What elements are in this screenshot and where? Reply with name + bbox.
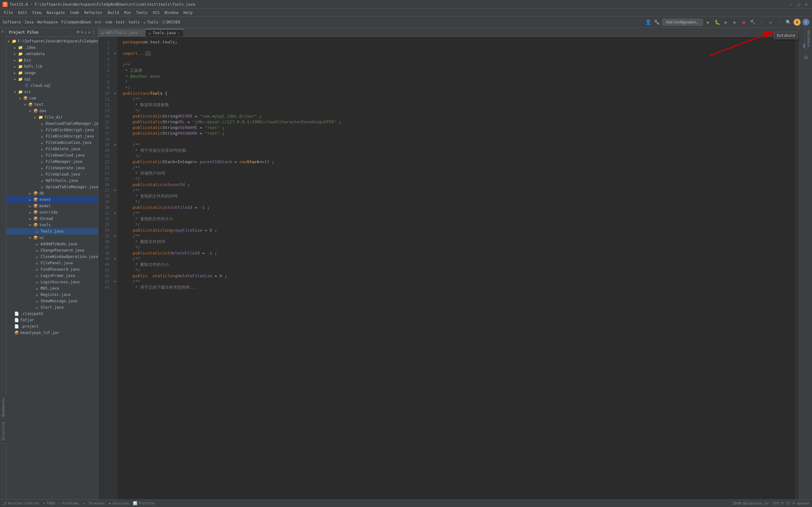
tree-metadata[interactable]: ▶ 📁 .metadata bbox=[6, 51, 98, 57]
add-configuration-button[interactable]: Add Configuration... bbox=[662, 19, 703, 26]
tree-register[interactable]: ☕ Register.java bbox=[6, 291, 98, 298]
menu-file[interactable]: File bbox=[1, 10, 15, 15]
tree-classpath[interactable]: 📄 .classpath bbox=[6, 311, 98, 317]
close-button[interactable]: × bbox=[803, 1, 809, 8]
notification-icon[interactable]: i bbox=[803, 19, 809, 26]
tree-fatjar[interactable]: 📄 fatjar bbox=[6, 317, 98, 323]
build-button[interactable]: 🔨 bbox=[749, 19, 756, 26]
tree-loginframe[interactable]: ☕ LoginFrame.java bbox=[6, 273, 98, 279]
fold-expand-3[interactable]: ... bbox=[146, 51, 151, 56]
fold-31[interactable] bbox=[113, 210, 118, 216]
tree-beautyeye[interactable]: 📦 beautyeye_lnf.jar bbox=[6, 330, 98, 336]
collapse-all-icon[interactable]: ≡ bbox=[81, 30, 83, 35]
tree-findpassword[interactable]: ☕ FindPassword.java bbox=[6, 266, 98, 273]
fold-10[interactable] bbox=[113, 91, 118, 96]
breadcrumb-tools-java[interactable]: ☕ Tools bbox=[143, 20, 158, 24]
debug-button[interactable]: 🐛 bbox=[714, 19, 721, 26]
bookmarks-side-label[interactable]: Bookmarks bbox=[0, 395, 7, 419]
tree-fileseperate[interactable]: ☕ FileSeperate.java bbox=[6, 165, 98, 171]
project-icon[interactable]: P bbox=[0, 29, 6, 34]
tree-showmessage[interactable]: ☕ ShowMessage.java bbox=[6, 298, 98, 304]
tab-close-tools[interactable]: × bbox=[177, 32, 180, 35]
menu-window[interactable]: Window bbox=[162, 10, 181, 15]
tree-sql[interactable]: ▼ 📁 sql bbox=[6, 76, 98, 82]
notifications-button[interactable] bbox=[801, 53, 811, 63]
menu-view[interactable]: View bbox=[30, 10, 44, 15]
tree-src[interactable]: ▼ 📁 src bbox=[6, 89, 98, 95]
sort-icon[interactable]: ↕ bbox=[85, 30, 87, 35]
stop-button[interactable]: ■ bbox=[740, 19, 747, 26]
fold-27[interactable] bbox=[113, 187, 118, 193]
tree-filecombination[interactable]: ☕ FileCombination.java bbox=[6, 139, 98, 146]
tree-tools-folder[interactable]: ▼ 📦 tools bbox=[6, 222, 98, 228]
menu-code[interactable]: Code bbox=[67, 10, 82, 15]
tree-downloadtablemanager[interactable]: ☕ DownloadTableManager.java bbox=[6, 120, 98, 127]
tree-com[interactable]: ▼ 📦 com bbox=[6, 95, 98, 101]
fold-39[interactable] bbox=[113, 256, 118, 262]
tree-cloudsql[interactable]: ▶ 🗄 cloud.sql bbox=[6, 82, 98, 89]
breadcrumb-test[interactable]: test bbox=[115, 20, 125, 24]
minimize-button[interactable]: − bbox=[788, 1, 794, 8]
breadcrumb-java[interactable]: Java bbox=[24, 20, 34, 24]
update-button[interactable]: ↺ bbox=[767, 19, 774, 26]
tab-tools[interactable]: ☕ Tools.java × bbox=[146, 29, 184, 37]
menu-help[interactable]: Help bbox=[181, 10, 195, 15]
profile-button[interactable]: ▶ bbox=[731, 19, 739, 26]
tree-dao[interactable]: ▼ 📦 dao bbox=[6, 108, 98, 114]
breadcrumb-software[interactable]: Software bbox=[3, 20, 21, 24]
tree-test[interactable]: ▼ 📦 test bbox=[6, 101, 98, 108]
tree-hdfslib[interactable]: ▶ 📁 hdfs_lib bbox=[6, 63, 98, 70]
tree-db[interactable]: ▶ 📦 db bbox=[6, 190, 98, 196]
tree-project[interactable]: 📄 .project bbox=[6, 323, 98, 330]
search-button[interactable]: 🔍 bbox=[785, 19, 792, 26]
right-scrollbar[interactable] bbox=[795, 37, 799, 499]
tree-filedelete[interactable]: ☕ FileDelete.java bbox=[6, 146, 98, 152]
tree-ui[interactable]: ▼ 📦 ui bbox=[6, 234, 98, 241]
tree-loginsuccess[interactable]: ☕ LoginSuccess.java bbox=[6, 279, 98, 285]
settings-icon[interactable]: ⚙ bbox=[88, 30, 90, 35]
services-button[interactable]: ◈ Services bbox=[109, 501, 129, 505]
structure-side-label[interactable]: Structure bbox=[0, 419, 7, 444]
tree-bin[interactable]: ▶ 📁 bin bbox=[6, 57, 98, 63]
tree-filepanel[interactable]: ☕ FilePanel.java bbox=[6, 260, 98, 266]
search-everywhere-icon[interactable]: 🔧 bbox=[653, 19, 660, 26]
coverage-button[interactable]: ▶ bbox=[722, 19, 729, 26]
menu-navigate[interactable]: Navigate bbox=[44, 10, 67, 15]
maximize-button[interactable]: □ bbox=[796, 1, 802, 8]
tree-hdfstools[interactable]: ☕ HdfsTools.java bbox=[6, 177, 98, 184]
tree-fileblockencrypt[interactable]: ☕ FileBlockEncrypt.java bbox=[6, 133, 98, 139]
tree-fileupload[interactable]: ☕ FileUpload.java bbox=[6, 171, 98, 177]
breadcrumb-driver[interactable]: ⬡ DRIVER bbox=[162, 20, 180, 24]
tree-md5[interactable]: ☕ MD5.java bbox=[6, 285, 98, 291]
tree-thread[interactable]: ▶ 📦 thread bbox=[6, 216, 98, 222]
menu-run[interactable]: Run bbox=[121, 10, 134, 15]
breadcrumb-src[interactable]: src bbox=[95, 20, 102, 24]
version-control-button[interactable]: ⎇ Version Control bbox=[3, 501, 39, 505]
tab-hdfstools[interactable]: ☕ HdfsTools.java × bbox=[98, 29, 146, 37]
todo-button[interactable]: ✔ TODO bbox=[43, 501, 55, 505]
tree-idea[interactable]: ▶ 📁 .idea bbox=[6, 44, 98, 51]
tree-filemanager[interactable]: ☕ FileManager.java bbox=[6, 158, 98, 165]
tree-changepassword[interactable]: ☕ ChangePassword.java bbox=[6, 247, 98, 253]
tree-model[interactable]: ▶ 📦 model bbox=[6, 203, 98, 209]
tree-override[interactable]: ▶ 📦 override bbox=[6, 209, 98, 216]
tree-fileblockdecrypt[interactable]: ☕ FileBlockDecrypt.java bbox=[6, 127, 98, 133]
profiler-button[interactable]: 📊 Profiler bbox=[133, 501, 155, 505]
fold-35[interactable] bbox=[113, 233, 118, 239]
tab-close-hdfstools[interactable]: × bbox=[140, 31, 142, 35]
tree-filedownload[interactable]: ☕ FileDownload.java bbox=[6, 152, 98, 158]
tree-filedir[interactable]: ▶ 📁 file_dir bbox=[6, 114, 98, 120]
menu-vcs[interactable]: VCS bbox=[150, 10, 162, 15]
breadcrumb-fileupanddown[interactable]: FileUpAndDown bbox=[61, 20, 91, 24]
breadcrumb-workspace[interactable]: Workspace bbox=[37, 20, 58, 24]
tree-uploadtablemanager[interactable]: ☕ UploadTableManager.java bbox=[6, 184, 98, 190]
breadcrumb-com[interactable]: com bbox=[105, 20, 112, 24]
menu-edit[interactable]: Edit bbox=[15, 10, 30, 15]
fold-19[interactable] bbox=[113, 142, 118, 148]
tree-closewindow[interactable]: ☕ CloseWindowOperation.java bbox=[6, 253, 98, 260]
db-vertical-label[interactable]: Database bbox=[805, 28, 812, 50]
menu-tools[interactable]: Tools bbox=[134, 10, 150, 15]
run-button[interactable]: ▶ bbox=[705, 19, 712, 26]
sync-icon[interactable]: ⟳ bbox=[77, 30, 80, 35]
tree-root[interactable]: ▼ 📁 F:\Software\Java\Workspace\FileUpAnd… bbox=[6, 38, 98, 44]
